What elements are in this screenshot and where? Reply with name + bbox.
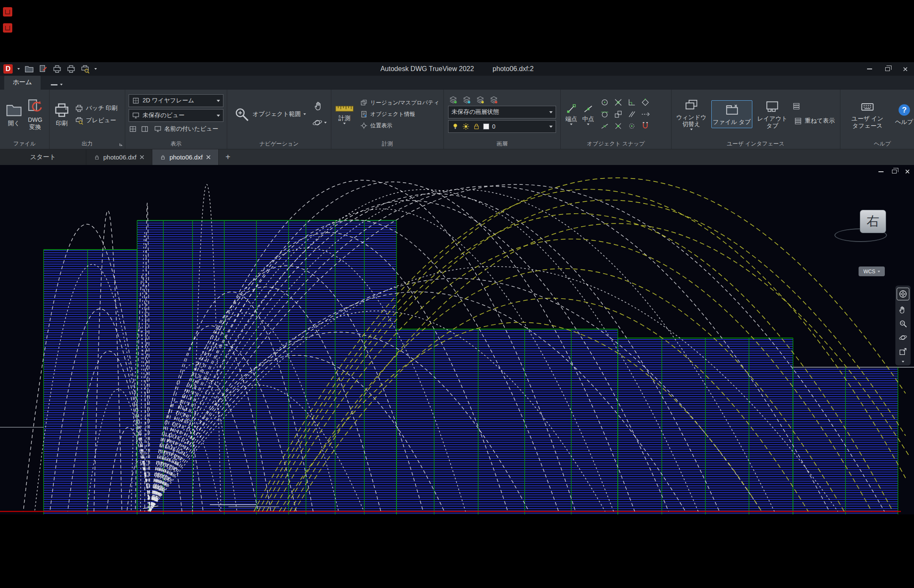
- layer-on-off-icon[interactable]: [476, 96, 485, 104]
- region-mass-properties-button[interactable]: リージョン/マスプロパティ: [358, 98, 441, 108]
- nav-pan-icon[interactable]: [898, 305, 908, 314]
- extension-snap-icon[interactable]: [641, 110, 650, 119]
- doc-close-button[interactable]: [905, 169, 910, 174]
- chevron-down-icon[interactable]: [324, 122, 327, 124]
- close-button[interactable]: [896, 62, 914, 76]
- panel-ui: ウィンドウ 切替え ファイル タブ レイアウト タブ: [672, 90, 840, 149]
- visual-style-dropdown[interactable]: 2D ワイヤフレーム: [129, 94, 223, 107]
- layer-state-dropdown[interactable]: 未保存の画層状態: [448, 106, 556, 118]
- apparent-intersection-snap-icon[interactable]: [614, 121, 623, 131]
- restore-button[interactable]: [878, 62, 896, 76]
- dialog-launcher-icon[interactable]: [119, 143, 123, 147]
- dwg-convert-icon[interactable]: [39, 64, 48, 74]
- tab-document-2-active[interactable]: photo06.dxf: [152, 149, 218, 165]
- layer-visibility-bulb-icon[interactable]: [451, 123, 459, 130]
- print-button[interactable]: 印刷: [52, 99, 72, 129]
- locate-point-button[interactable]: 位置表示: [358, 121, 441, 131]
- tab-start[interactable]: スタート: [0, 149, 86, 165]
- full-navigation-wheel-button[interactable]: [897, 288, 909, 300]
- print-preview-icon[interactable]: [80, 64, 90, 74]
- layer-select-dropdown[interactable]: 0: [448, 120, 556, 133]
- layer-lock-icon[interactable]: [473, 123, 480, 130]
- chevron-down-icon: [690, 129, 693, 130]
- tab-home[interactable]: ホーム: [4, 75, 41, 90]
- panel-layers: 未保存の画層状態 0 画層: [444, 90, 561, 149]
- layer-properties-icon[interactable]: [449, 96, 457, 104]
- batch-print-button[interactable]: バッチ 印刷: [73, 103, 119, 114]
- close-tab-icon[interactable]: [206, 155, 211, 159]
- printer-icon: [53, 102, 70, 118]
- view-name-dropdown[interactable]: 未保存のビュー: [129, 109, 223, 122]
- preview-button[interactable]: プレビュー: [73, 115, 119, 126]
- document-window-controls: [878, 169, 910, 174]
- viewport-join-icon[interactable]: [140, 125, 149, 133]
- drawing-viewport[interactable]: 右 WCS: [0, 165, 914, 514]
- parallel-snap-icon[interactable]: [627, 110, 636, 119]
- print-icon[interactable]: [52, 64, 62, 74]
- open-icon[interactable]: [25, 64, 34, 74]
- new-tab-button[interactable]: +: [219, 149, 237, 165]
- ui-finder-button[interactable]: ユーザ イン タフェース: [850, 97, 884, 131]
- app-logo[interactable]: D: [3, 64, 13, 74]
- layer-isolate-icon[interactable]: [490, 96, 498, 104]
- layout-tab-icon: [765, 99, 779, 114]
- layer-state-icon[interactable]: [463, 96, 471, 104]
- quick-access-toolbar: D: [0, 64, 97, 74]
- wcs-selector[interactable]: WCS: [859, 267, 885, 276]
- nav-showmotion-icon[interactable]: [898, 347, 908, 356]
- doc-restore-button[interactable]: [892, 170, 897, 173]
- layout-tabs-toggle-button[interactable]: レイアウト タブ: [756, 97, 789, 131]
- folder-open-icon: [6, 102, 22, 118]
- dwg-convert-button[interactable]: DWG変換: [25, 96, 45, 132]
- tangent-snap-icon[interactable]: [600, 110, 609, 119]
- node-snap-icon[interactable]: [627, 121, 636, 131]
- tab-document-1[interactable]: photo06.dxf: [86, 149, 152, 165]
- minimize-button[interactable]: [861, 62, 878, 76]
- app-menu-chevron-icon[interactable]: [17, 68, 20, 70]
- batch-print-icon[interactable]: [66, 64, 76, 74]
- help-button[interactable]: ヘルプ: [894, 101, 914, 127]
- zoom-extents-button[interactable]: オブジェクト範囲: [231, 104, 308, 124]
- nav-orbit-icon[interactable]: [898, 333, 908, 342]
- panel-label-osnap: オブジェクト スナップ: [561, 139, 671, 149]
- intersection-snap-icon[interactable]: [614, 98, 623, 107]
- open-button[interactable]: 開く: [4, 99, 24, 129]
- ribbon-options-button[interactable]: [47, 82, 67, 90]
- dwg-convert-icon: [27, 98, 44, 115]
- insertion-snap-icon[interactable]: [614, 110, 623, 119]
- app-logo-letter: D: [6, 65, 11, 73]
- nav-zoom-icon[interactable]: [898, 319, 908, 328]
- layer-color-swatch[interactable]: [483, 124, 489, 129]
- layer-freeze-sun-icon[interactable]: [462, 123, 470, 130]
- panel-measure: 計測 リージョン/マスプロパティ オブジェクト情報: [331, 90, 444, 149]
- app-title: Autodesk DWG TrueView 2022: [380, 65, 474, 73]
- snap-endpoint-button[interactable]: 端点: [564, 101, 578, 127]
- pan-icon[interactable]: [314, 100, 325, 111]
- object-info-button[interactable]: オブジェクト情報: [358, 109, 441, 119]
- desktop-icon[interactable]: [3, 23, 12, 33]
- tile-windows-icon[interactable]: [792, 102, 801, 110]
- buildings-layer: [0, 220, 914, 514]
- named-views-button[interactable]: 名前の付いたビュー: [152, 124, 220, 134]
- file-tabs-toggle-button[interactable]: ファイル タブ: [711, 100, 753, 128]
- file-tab-bar: スタート photo06.dxf photo06.dxf +: [0, 149, 914, 165]
- orbit-icon[interactable]: [312, 117, 323, 128]
- window-switch-button[interactable]: ウィンドウ 切替え: [675, 96, 708, 132]
- perpendicular-snap-icon[interactable]: [627, 98, 636, 107]
- qat-customize-icon[interactable]: [94, 68, 97, 70]
- restore-icon: [885, 67, 890, 71]
- snap-midpoint-button[interactable]: 中点: [581, 101, 595, 127]
- measure-button[interactable]: 計測: [334, 102, 355, 126]
- close-tab-icon[interactable]: [140, 155, 144, 159]
- doc-minimize-button[interactable]: [878, 171, 884, 172]
- cascade-windows-button[interactable]: 重ねて表示: [792, 115, 837, 126]
- snap-toggle-magnet-icon[interactable]: [641, 121, 650, 131]
- viewcube[interactable]: 右: [860, 210, 886, 233]
- panel-output: 印刷 バッチ 印刷 プレビュー 出力: [50, 90, 125, 149]
- quadrant-snap-icon[interactable]: [641, 98, 650, 107]
- viewport-config-icon[interactable]: [129, 125, 137, 133]
- center-snap-icon[interactable]: [600, 98, 609, 107]
- desktop-icon[interactable]: [3, 7, 12, 16]
- nearest-snap-icon[interactable]: [600, 121, 609, 131]
- navbar-more-icon[interactable]: [902, 361, 904, 363]
